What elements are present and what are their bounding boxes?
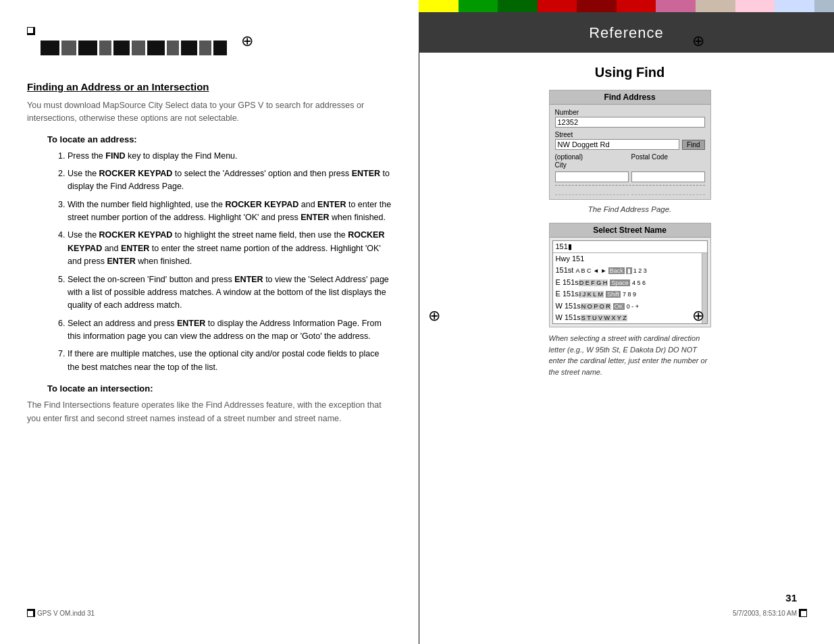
crosshair-left-mid: ⊕: [428, 307, 440, 325]
step-7: If there are multiple matches, use the o…: [68, 348, 392, 374]
step-5: Select the on-screen 'Find' button and p…: [68, 273, 392, 313]
street-row: NW Doggett Rd Find: [555, 139, 705, 150]
find-address-widget: Find Address Number 12352 Street NW Dogg…: [549, 90, 711, 200]
section-heading: Finding an Address or an Intersection: [27, 81, 392, 92]
number-input[interactable]: 12352: [555, 117, 705, 128]
divider-line2: [631, 188, 705, 195]
finding-address-section: Finding an Address or an Intersection Yo…: [27, 81, 392, 425]
street-list-area: 151▮ Hwy 151 151st A B C ◄ ► Back▮1 2 3 …: [552, 240, 708, 324]
color-seg-darkgreen: [498, 0, 538, 12]
reference-header: Reference: [419, 12, 834, 53]
intro-text: You must download MapSource City Select …: [27, 99, 392, 125]
locate-intersection-heading: To locate an intersection:: [47, 383, 392, 394]
crosshair-right-top: ⊕: [692, 32, 704, 50]
right-column: Reference ⊕ ⊕ ⊕ Using Find Find Address …: [419, 0, 834, 644]
color-seg-blue: [814, 0, 834, 12]
street-label: Street: [555, 131, 705, 138]
color-seg-green: [459, 0, 498, 12]
widget-divider: [555, 185, 705, 186]
locate-address-heading: To locate an address:: [47, 134, 392, 144]
page-number: 31: [785, 592, 797, 603]
step-4: Use the ROCKER KEYPAD to highlight the s…: [68, 229, 392, 268]
street-caption: When selecting a street with cardinal di…: [549, 333, 711, 377]
using-find-title: Using Find: [439, 53, 820, 90]
file-info-right: 5/7/2003, 8:53:10 AM: [733, 610, 797, 617]
number-label: Number: [555, 109, 705, 116]
color-seg-darkred: [577, 0, 617, 12]
select-street-title: Select Street Name: [550, 223, 710, 238]
street-item-w151ss[interactable]: W 151sS T U V W X Y Z: [553, 312, 702, 323]
color-seg-lightblue: [775, 0, 814, 12]
step-2: Use the ROCKER KEYPAD to select the 'Add…: [68, 167, 392, 194]
left-column: Finding an Address or an Intersection Yo…: [0, 0, 419, 644]
find-address-caption: The Find Address Page.: [549, 205, 711, 213]
street-item-hwy151[interactable]: Hwy 151: [553, 253, 702, 265]
select-street-widget: Select Street Name 151▮ Hwy 151 151st A …: [549, 223, 711, 327]
step-6: Select an address and press ENTER to dis…: [68, 317, 392, 344]
city-label: City: [555, 161, 629, 169]
color-seg-tan: [696, 0, 735, 12]
postal-col: Postal Code: [631, 153, 705, 169]
reference-title: Reference: [589, 24, 664, 41]
find-button[interactable]: Find: [682, 140, 704, 150]
street-list-with-scroll: Hwy 151 151st A B C ◄ ► Back▮1 2 3 E 151…: [553, 253, 707, 323]
step-1: Press the FIND key to display the Find M…: [68, 150, 392, 163]
right-col-inner: Using Find Find Address Number 12352 Str…: [419, 53, 834, 377]
color-seg-red: [538, 0, 577, 12]
steps-list: Press the FIND key to display the Find M…: [27, 150, 392, 375]
crosshair-right-mid: ⊕: [692, 307, 704, 325]
step-3: With the number field highlighted, use t…: [68, 198, 392, 225]
city-input[interactable]: [555, 171, 629, 182]
street-item-e151st[interactable]: E 151sI J K L M Shift 7 8 9: [553, 288, 702, 300]
optional-row: (optional) City Postal Code: [555, 153, 705, 169]
street-item-e151sd[interactable]: E 151sD E F G H Space 4 5 6: [553, 277, 702, 288]
color-seg-pink: [656, 0, 696, 12]
street-input[interactable]: NW Doggett Rd: [555, 139, 680, 150]
postal-input[interactable]: [631, 171, 705, 182]
street-list: Hwy 151 151st A B C ◄ ► Back▮1 2 3 E 151…: [553, 253, 702, 323]
street-item-w151sn[interactable]: W 151sN O P O R OK 0 - +: [553, 300, 702, 312]
street-search-field[interactable]: 151▮: [553, 241, 707, 253]
find-address-title: Find Address: [550, 90, 710, 105]
intersection-text: The Find Intersections feature operates …: [27, 399, 392, 425]
optional-label: (optional): [555, 153, 629, 161]
color-bar-top: [419, 0, 834, 12]
file-info-left: GPS V OM.indd 31: [37, 610, 95, 617]
city-col: (optional) City: [555, 153, 629, 169]
page-container: ⊕ Finding an Address or an Intersection …: [0, 0, 834, 644]
find-address-body: Number 12352 Street NW Doggett Rd Find (…: [550, 105, 710, 199]
color-seg-red2: [617, 0, 656, 12]
color-seg-lightpink: [735, 0, 775, 12]
postal-label: Postal Code: [631, 153, 705, 161]
color-seg-yellow: [419, 0, 459, 12]
divider-line1: [555, 188, 629, 195]
street-item-151st[interactable]: 151st A B C ◄ ► Back▮1 2 3: [553, 265, 702, 276]
